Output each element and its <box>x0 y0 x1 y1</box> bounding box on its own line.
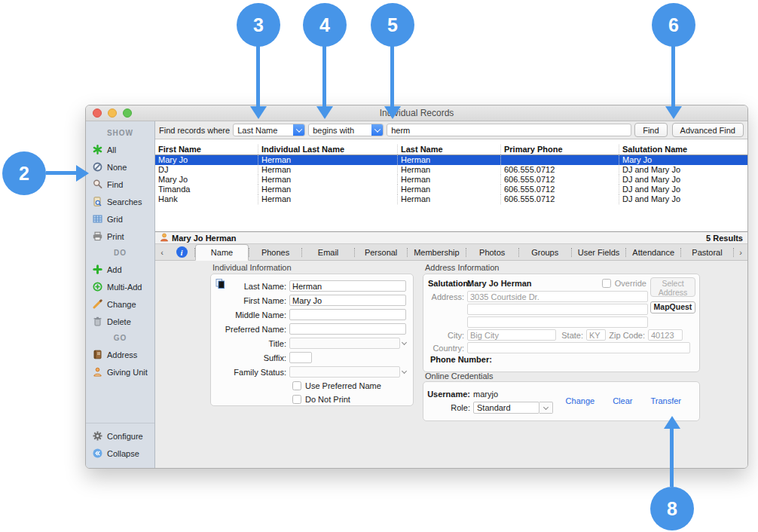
chevron-down-icon <box>371 124 383 136</box>
use-preferred-name-checkbox[interactable] <box>292 381 301 390</box>
sidebar-item-giving-unit[interactable]: Giving Unit <box>86 363 154 381</box>
sidebar-item-address[interactable]: Address <box>86 346 154 363</box>
column-header[interactable]: First Name <box>155 145 258 154</box>
tab-photos[interactable]: Photos <box>466 244 518 260</box>
tab-groups[interactable]: Groups <box>519 244 571 260</box>
zip-code-field[interactable] <box>648 329 683 341</box>
person-icon <box>91 367 103 377</box>
family-status-select[interactable] <box>289 366 400 378</box>
callout-6-arrow-head <box>665 106 682 119</box>
chevron-down-icon <box>539 402 553 414</box>
override-label: Override <box>615 279 646 288</box>
chevron-down-icon <box>402 368 407 374</box>
callout-6-arrow-stem <box>671 45 675 108</box>
preferred-name-field[interactable] <box>289 323 406 335</box>
tab-membership[interactable]: Membership <box>408 244 466 260</box>
callout-8: 8 <box>650 487 694 530</box>
city-field[interactable] <box>467 329 556 341</box>
title-select[interactable] <box>289 338 400 349</box>
close-button[interactable] <box>93 109 102 118</box>
sidebar: SHOW All None Find <box>86 121 155 468</box>
tab-email[interactable]: Email <box>302 244 354 260</box>
sidebar-item-change[interactable]: Change <box>86 295 154 313</box>
change-link[interactable]: Change <box>566 396 595 405</box>
sidebar-item-all[interactable]: All <box>86 141 154 158</box>
column-header[interactable]: Salutation Name <box>619 145 747 154</box>
use-preferred-name-row: Use Preferred Name <box>211 379 413 393</box>
sidebar-footer: Configure Collapse <box>86 423 154 468</box>
address-line1-field[interactable] <box>467 291 648 302</box>
sidebar-item-delete[interactable]: Delete <box>86 313 154 330</box>
role-row: Role: Standard <box>426 401 553 414</box>
asterisk-icon <box>91 145 103 154</box>
table-row[interactable]: DJ Herman Herman 606.555.0712 DJ and Mar… <box>155 165 747 175</box>
transfer-link[interactable]: Transfer <box>650 396 681 405</box>
callout-5-arrow-stem <box>390 45 394 108</box>
first-name-row: First Name: <box>211 293 413 307</box>
sidebar-item-add[interactable]: Add <box>86 261 154 278</box>
salutation-value: Mary Jo Herman <box>467 279 532 288</box>
table-row[interactable]: Mary Jo Herman Herman 606.555.0712 DJ an… <box>155 175 747 185</box>
country-field[interactable] <box>467 342 690 353</box>
sidebar-item-find[interactable]: Find <box>86 176 154 193</box>
callout-5-arrow-head <box>384 106 401 119</box>
detail-panel: Individual Information Last Name: First … <box>155 261 747 468</box>
city-state-zip-row: City: State: Zip Code: <box>428 329 695 341</box>
first-name-field[interactable] <box>289 295 406 306</box>
search-query-input[interactable] <box>387 124 631 136</box>
circle-plus-icon <box>91 282 103 292</box>
table-row[interactable]: Hank Herman Herman 606.555.0712 DJ and M… <box>155 194 747 204</box>
tab-phones[interactable]: Phones <box>249 244 301 260</box>
find-button[interactable]: Find <box>634 123 667 137</box>
tabs-scroll-right-icon[interactable]: › <box>734 244 747 260</box>
results-table: First Name Individual Last Name Last Nam… <box>155 139 747 232</box>
callout-5: 5 <box>371 3 414 47</box>
tab-name[interactable]: Name <box>195 244 249 261</box>
username-value: maryjo <box>473 390 498 399</box>
select-address-button[interactable]: Select Address <box>650 277 695 297</box>
copy-icon[interactable] <box>215 278 226 291</box>
callout-2: 2 <box>2 151 46 195</box>
tab-user-fields[interactable]: User Fields <box>572 244 626 260</box>
document-search-icon <box>91 197 103 206</box>
callout-4-arrow-stem <box>322 45 326 108</box>
sidebar-item-configure[interactable]: Configure <box>86 427 154 445</box>
column-header[interactable]: Primary Phone <box>501 145 619 154</box>
column-header[interactable]: Individual Last Name <box>258 145 398 154</box>
tab-attendance[interactable]: Attendance <box>626 244 680 260</box>
tab-info[interactable]: i <box>169 244 194 260</box>
suffix-field[interactable] <box>289 352 312 363</box>
traffic-lights <box>93 109 132 118</box>
address-line2-field[interactable] <box>467 304 648 315</box>
sidebar-item-multi-add[interactable]: Multi-Add <box>86 278 154 295</box>
tab-personal[interactable]: Personal <box>355 244 407 260</box>
sidebar-item-collapse[interactable]: Collapse <box>86 445 154 462</box>
table-row-selected[interactable]: Mary Jo Herman Herman Mary Jo <box>155 155 747 165</box>
operator-select[interactable]: begins with <box>308 124 384 136</box>
chevron-down-icon <box>293 124 304 136</box>
role-select[interactable]: Standard <box>473 402 539 414</box>
middle-name-field[interactable] <box>289 309 406 320</box>
advanced-find-button[interactable]: Advanced Find <box>672 123 744 137</box>
state-field[interactable] <box>586 329 606 341</box>
mapquest-button[interactable]: MapQuest <box>650 301 695 313</box>
sidebar-item-grid[interactable]: Grid <box>86 210 154 228</box>
sidebar-item-print[interactable]: Print <box>86 228 154 245</box>
sidebar-item-none[interactable]: None <box>86 158 154 176</box>
override-checkbox[interactable] <box>602 279 611 288</box>
minimize-button[interactable] <box>108 109 117 118</box>
do-not-print-row: Do Not Print <box>211 393 413 406</box>
column-header[interactable]: Last Name <box>398 145 501 154</box>
tab-pastoral[interactable]: Pastoral <box>681 244 733 260</box>
last-name-field[interactable] <box>289 280 406 292</box>
clear-link[interactable]: Clear <box>613 396 632 405</box>
sidebar-section-show: SHOW <box>86 125 154 141</box>
table-row[interactable]: Timanda Herman Herman 606.555.0712 DJ an… <box>155 185 747 194</box>
sidebar-item-searches[interactable]: Searches <box>86 193 154 210</box>
tabs-scroll-left-icon[interactable]: ‹ <box>155 244 169 260</box>
zoom-button[interactable] <box>123 109 132 118</box>
do-not-print-checkbox[interactable] <box>292 395 301 404</box>
address-line3-field[interactable] <box>467 316 648 328</box>
field-select[interactable]: Last Name <box>233 124 305 136</box>
username-row: Username: maryjo <box>426 387 553 401</box>
